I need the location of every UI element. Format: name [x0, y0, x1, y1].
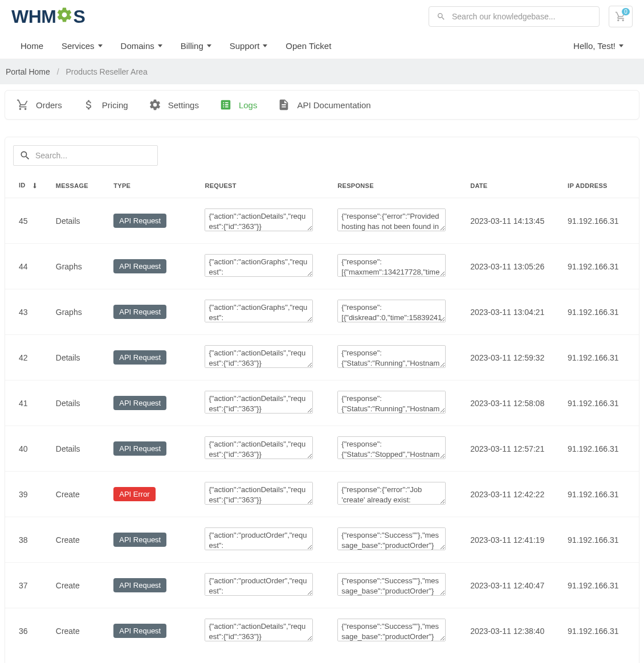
cell-date: 2023-03-11 12:58:08	[462, 380, 560, 426]
list-icon	[219, 99, 232, 111]
col-header-request[interactable]: REQUEST	[197, 174, 329, 198]
search-icon	[437, 12, 446, 21]
nav-item-support[interactable]: Support	[221, 33, 277, 59]
tab-pricing[interactable]: Pricing	[83, 99, 128, 111]
request-textarea[interactable]: {"action":"actionDetails","request":{"id…	[205, 619, 313, 641]
cell-message: Graphs	[48, 289, 105, 335]
type-badge: API Request	[113, 396, 166, 410]
cell-date: 2023-03-11 13:04:21	[462, 289, 560, 335]
type-badge: API Request	[113, 214, 166, 228]
nav-label: Home	[21, 41, 43, 51]
nav-item-billing[interactable]: Billing	[172, 33, 221, 59]
nav-item-domains[interactable]: Domains	[112, 33, 172, 59]
col-header-id[interactable]: ID	[5, 174, 48, 198]
request-textarea[interactable]: {"action":"actionDetails","request":{"id…	[205, 345, 313, 368]
col-header-type[interactable]: TYPE	[105, 174, 197, 198]
cell-date: 2023-03-11 12:41:19	[462, 517, 560, 563]
tab-api-documentation[interactable]: API Documentation	[278, 99, 370, 111]
request-textarea[interactable]: {"action":"actionGraphs","request":{"id"…	[205, 254, 313, 277]
doc-icon	[278, 99, 290, 111]
request-textarea[interactable]: {"action":"actionDetails","request":{"id…	[205, 436, 313, 459]
cell-id: 38	[5, 517, 48, 563]
brand-logo[interactable]: WHMS	[11, 6, 85, 27]
cell-ip: 91.192.166.31	[560, 563, 639, 608]
response-textarea[interactable]: {"response":{"Status":"Running","Hostnam…	[337, 345, 446, 368]
col-header-response[interactable]: RESPONSE	[329, 174, 462, 198]
gear-icon	[149, 99, 161, 111]
nav-item-open-ticket[interactable]: Open Ticket	[276, 33, 340, 59]
chevron-down-icon	[158, 44, 162, 47]
response-textarea[interactable]: {"response":"Success""},"message_base":"…	[337, 573, 446, 596]
cell-date: 2023-03-11 12:38:40	[462, 608, 560, 654]
tab-label: Logs	[239, 100, 258, 110]
table-row: 45DetailsAPI Request{"action":"actionDet…	[5, 198, 639, 244]
tab-logs[interactable]: Logs	[219, 99, 258, 111]
request-textarea[interactable]: {"action":"productOrder","request":	[205, 573, 313, 596]
user-menu[interactable]: Hello, Test!	[564, 33, 633, 59]
cell-ip: 91.192.166.31	[560, 426, 639, 472]
nav-label: Services	[62, 41, 95, 51]
cell-message: Details	[48, 380, 105, 426]
response-textarea[interactable]: {"response":[{"maxmem":134217728,"time":	[337, 254, 446, 277]
response-textarea[interactable]: {"response":{"error":"Job 'create' alrea…	[337, 482, 446, 505]
request-textarea[interactable]: {"action":"actionGraphs","request":{"id"…	[205, 300, 313, 322]
logs-table: ID MESSAGE TYPE REQUEST RESPONSE DATE IP…	[5, 174, 639, 653]
request-textarea[interactable]: {"action":"actionDetails","request":{"id…	[205, 208, 313, 231]
tab-settings[interactable]: Settings	[149, 99, 199, 111]
cell-id: 37	[5, 563, 48, 608]
nav-item-services[interactable]: Services	[52, 33, 112, 59]
col-header-ip[interactable]: IP ADDRESS	[560, 174, 639, 198]
response-textarea[interactable]: {"response":{"error":"Provided hosting h…	[337, 208, 446, 231]
breadcrumb-separator: /	[57, 67, 59, 76]
table-row: 40DetailsAPI Request{"action":"actionDet…	[5, 426, 639, 472]
cell-id: 44	[5, 244, 48, 289]
cell-message: Create	[48, 517, 105, 563]
cart-count-badge: 0	[622, 8, 630, 15]
type-badge: API Request	[113, 305, 166, 319]
tab-orders[interactable]: Orders	[17, 99, 62, 111]
logo-text-pre: WHM	[11, 6, 56, 27]
request-textarea[interactable]: {"action":"actionDetails","request":{"id…	[205, 482, 313, 505]
cell-date: 2023-03-11 12:40:47	[462, 563, 560, 608]
tab-label: API Documentation	[297, 100, 370, 110]
response-textarea[interactable]: {"response":{"Status":"Stopped","Hostnam…	[337, 436, 446, 459]
gear-icon	[56, 6, 73, 28]
sort-down-icon	[31, 182, 39, 190]
cell-id: 43	[5, 289, 48, 335]
cell-ip: 91.192.166.31	[560, 244, 639, 289]
kb-search-input[interactable]	[429, 6, 600, 27]
breadcrumb-home[interactable]: Portal Home	[6, 67, 50, 76]
cell-date: 2023-03-11 12:57:21	[462, 426, 560, 472]
cell-message: Create	[48, 608, 105, 654]
col-header-date[interactable]: DATE	[462, 174, 560, 198]
breadcrumb: Portal Home / Products Reseller Area	[0, 59, 644, 84]
chevron-down-icon	[263, 44, 267, 47]
log-search-input[interactable]	[14, 146, 157, 165]
cell-date: 2023-03-11 12:59:32	[462, 335, 560, 380]
search-icon	[19, 150, 31, 161]
col-header-message[interactable]: MESSAGE	[48, 174, 105, 198]
request-textarea[interactable]: {"action":"actionDetails","request":{"id…	[205, 391, 313, 414]
cell-message: Details	[48, 198, 105, 244]
cell-date: 2023-03-11 13:05:26	[462, 244, 560, 289]
table-row: 36CreateAPI Request{"action":"actionDeta…	[5, 608, 639, 654]
response-textarea[interactable]: {"response":"Success""},"message_base":"…	[337, 619, 446, 641]
table-row: 43GraphsAPI Request{"action":"actionGrap…	[5, 289, 639, 335]
cell-id: 41	[5, 380, 48, 426]
type-badge: API Request	[113, 259, 166, 273]
chevron-down-icon	[207, 44, 211, 47]
type-badge: API Request	[113, 578, 166, 592]
nav-item-home[interactable]: Home	[11, 33, 52, 59]
tab-label: Settings	[168, 100, 199, 110]
cell-id: 42	[5, 335, 48, 380]
cell-date: 2023-03-11 12:42:22	[462, 472, 560, 517]
response-textarea[interactable]: {"response":{"Status":"Running","Hostnam…	[337, 391, 446, 414]
response-textarea[interactable]: {"response":[{"diskread":0,"time":158392…	[337, 300, 446, 322]
request-textarea[interactable]: {"action":"productOrder","request":	[205, 527, 313, 550]
response-textarea[interactable]: {"response":"Success""},"message_base":"…	[337, 527, 446, 550]
type-badge: API Request	[113, 624, 166, 638]
cart-button[interactable]: 0	[609, 6, 633, 27]
nav-label: Open Ticket	[286, 41, 331, 51]
cell-id: 39	[5, 472, 48, 517]
table-row: 37CreateAPI Request{"action":"productOrd…	[5, 563, 639, 608]
